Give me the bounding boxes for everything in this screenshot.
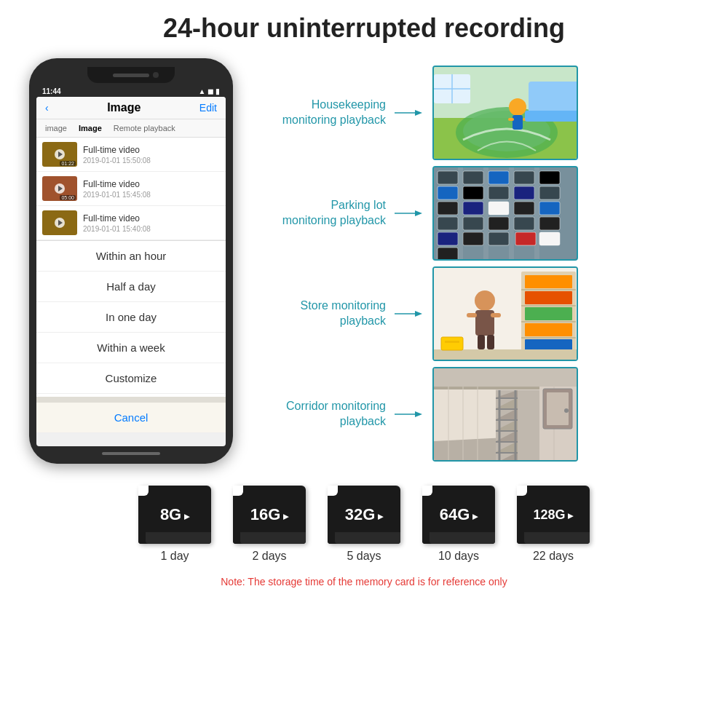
- dropdown-item-within-hour[interactable]: Within an hour: [36, 241, 226, 272]
- storage-section: 8G 1 day 16G 2 days 32G 5 days 64G 10 da…: [0, 471, 728, 563]
- dropdown-item-in-one-day[interactable]: In one day: [36, 302, 226, 333]
- monitor-arrow-store: [395, 306, 424, 321]
- svg-rect-41: [539, 202, 560, 215]
- phone-status-bar: 11:44 ▲ ◼ ▮: [36, 86, 226, 97]
- video-thumb-3: [42, 210, 77, 235]
- sd-notch-16g: [233, 486, 243, 496]
- svg-rect-47: [515, 232, 536, 245]
- note-section: Note: The storage time of the memory car…: [0, 566, 728, 597]
- svg-rect-54: [525, 275, 572, 288]
- sd-label-8g: 8G: [160, 505, 189, 524]
- sd-label-32g: 32G: [345, 505, 383, 524]
- video-date-3: 2019-01-01 15:40:08: [83, 225, 220, 233]
- dropdown-item-customize[interactable]: Customize: [36, 363, 226, 394]
- dropdown-item-half-day[interactable]: Half a day: [36, 272, 226, 302]
- dropdown-cancel-button[interactable]: Cancel: [36, 397, 226, 433]
- page-title: 24-hour uninterrupted recording: [0, 13, 728, 44]
- sd-card-8g: 8G: [138, 486, 211, 544]
- phone-screen: ‹ Image Edit image Image Remote playback…: [36, 97, 226, 446]
- dropdown-menu: Within an hour Half a day In one day Wit…: [36, 240, 226, 433]
- svg-rect-70: [441, 337, 463, 350]
- svg-rect-31: [488, 186, 509, 199]
- phone-camera: [153, 72, 159, 78]
- video-item-1[interactable]: 01:22 Full-time video 2019-01-01 15:50:0…: [36, 138, 226, 172]
- tab-image1[interactable]: image: [42, 122, 70, 134]
- svg-rect-48: [539, 232, 560, 245]
- video-list: 01:22 Full-time video 2019-01-01 15:50:0…: [36, 138, 226, 240]
- dropdown-item-within-week[interactable]: Within a week: [36, 333, 226, 363]
- svg-rect-33: [488, 217, 509, 230]
- note-text: Note: The storage time of the memory car…: [221, 576, 507, 587]
- svg-rect-7: [513, 115, 523, 130]
- tab-image2[interactable]: Image: [76, 122, 105, 134]
- sd-notch-8g: [138, 486, 149, 496]
- video-date-2: 2019-01-01 15:45:08: [83, 191, 220, 199]
- svg-rect-28: [463, 217, 483, 230]
- phone-notch: [87, 67, 175, 83]
- svg-rect-8: [508, 118, 514, 121]
- sd-notch-32g: [328, 486, 338, 496]
- sd-label-64g: 64G: [440, 505, 478, 524]
- svg-rect-36: [514, 186, 534, 199]
- phone-mockup: 11:44 ▲ ◼ ▮ ‹ Image Edit image Image Rem…: [29, 58, 233, 464]
- svg-rect-46: [534, 167, 539, 261]
- video-thumb-1: 01:22: [42, 142, 77, 167]
- svg-marker-1: [415, 110, 422, 116]
- monitor-label-parking: Parking lotmonitoring playback: [255, 198, 386, 229]
- storage-card-8g: 8G 1 day: [138, 486, 211, 563]
- svg-rect-34: [488, 232, 509, 245]
- monitor-arrow-housekeeping: [395, 106, 424, 120]
- svg-rect-67: [478, 335, 485, 349]
- sd-card-16g: 16G: [233, 486, 306, 544]
- svg-rect-40: [539, 186, 560, 199]
- phone-home-bar: [102, 452, 160, 455]
- nav-edit[interactable]: Edit: [199, 102, 217, 114]
- storage-card-128g: 128G 22 days: [517, 486, 590, 563]
- sd-label-16g: 16G: [250, 505, 288, 524]
- video-duration-1: 01:22: [60, 161, 76, 166]
- svg-rect-56: [525, 307, 572, 320]
- svg-rect-32: [488, 202, 509, 215]
- video-name-2: Full-time video: [83, 179, 220, 189]
- svg-marker-73: [415, 411, 422, 417]
- monitor-item-store: Store monitoringplayback: [255, 266, 706, 361]
- svg-marker-50: [415, 311, 422, 317]
- video-info-3: Full-time video 2019-01-01 15:40:08: [83, 213, 220, 233]
- svg-rect-71: [445, 341, 459, 343]
- svg-rect-22: [438, 217, 458, 230]
- svg-rect-21: [438, 202, 458, 215]
- svg-rect-43: [458, 167, 463, 261]
- svg-rect-25: [463, 171, 483, 184]
- svg-rect-45: [509, 167, 514, 261]
- svg-rect-65: [467, 313, 477, 317]
- video-date-1: 2019-01-01 15:50:08: [83, 157, 220, 165]
- svg-rect-26: [463, 186, 483, 199]
- tab-remote-playback[interactable]: Remote playback: [111, 122, 178, 134]
- play-icon-3: [55, 218, 65, 228]
- monitor-image-parking: [432, 166, 578, 261]
- main-content: 11:44 ▲ ◼ ▮ ‹ Image Edit image Image Rem…: [0, 51, 728, 464]
- video-item-2[interactable]: 05:00 Full-time video 2019-01-01 15:45:0…: [36, 172, 226, 206]
- svg-rect-27: [463, 202, 483, 215]
- svg-marker-16: [415, 210, 422, 216]
- svg-rect-69: [434, 349, 578, 361]
- monitor-label-store: Store monitoringplayback: [255, 298, 386, 329]
- sd-notch-128g: [517, 486, 527, 496]
- video-duration-2: 05:00: [60, 195, 76, 200]
- monitor-item-parking: Parking lotmonitoring playback: [255, 166, 706, 261]
- screen-nav: ‹ Image Edit: [36, 97, 226, 119]
- video-item-3[interactable]: Full-time video 2019-01-01 15:40:08: [36, 206, 226, 240]
- phone-speaker: [113, 74, 149, 77]
- monitoring-panels: Housekeepingmonitoring playback: [255, 58, 706, 464]
- nav-back[interactable]: ‹: [45, 102, 49, 114]
- svg-rect-66: [491, 313, 501, 317]
- storage-card-64g: 64G 10 days: [422, 486, 495, 563]
- svg-rect-39: [539, 171, 560, 184]
- svg-point-63: [475, 290, 495, 311]
- phone-container: 11:44 ▲ ◼ ▮ ‹ Image Edit image Image Rem…: [22, 58, 240, 464]
- svg-rect-37: [514, 202, 534, 215]
- video-name-1: Full-time video: [83, 145, 220, 155]
- monitor-item-corridor: Corridor monitoringplayback: [255, 367, 706, 462]
- svg-point-6: [509, 98, 526, 116]
- svg-rect-44: [483, 167, 488, 261]
